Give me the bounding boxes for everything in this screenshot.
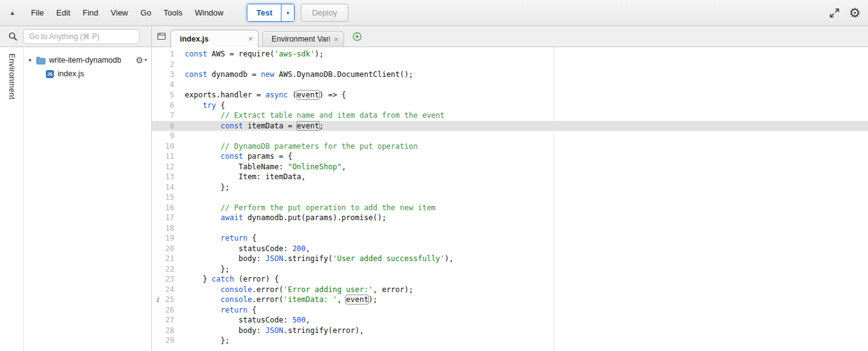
menu-edit[interactable]: Edit [50,8,76,17]
line-number[interactable]: 9 [152,131,180,141]
line-number[interactable]: 21 [152,254,180,264]
line-number[interactable]: 23 [152,274,180,285]
code-line[interactable]: 6 try { [152,100,868,111]
code-line[interactable]: 23 } catch (error) { [152,274,868,285]
code-text: console.error('itemData: ', event); [180,295,868,305]
line-number[interactable]: 15 [152,192,180,203]
goto-anything-input[interactable] [23,29,140,44]
line-number[interactable]: 29 [152,335,180,346]
file-tree: ▾ write-item-dynamodb ⚙▾ JS index.js [24,47,152,351]
line-number[interactable]: 13 [152,172,180,182]
line-number[interactable]: 3 [152,69,180,80]
test-button[interactable]: Test [247,4,281,21]
code-line[interactable]: 26 return { [152,305,868,316]
fullscreen-icon[interactable] [829,7,840,19]
line-number[interactable]: 28 [152,326,180,336]
settings-gear-icon[interactable]: ⚙ [849,6,861,19]
chevron-down-icon: ▾ [286,10,290,16]
line-number[interactable]: 19 [152,233,180,244]
code-line[interactable]: 11 const params = { [152,151,868,162]
environment-panel-tab[interactable]: Environment [0,47,24,351]
line-number[interactable]: 18 [152,223,180,234]
menu-tools[interactable]: Tools [157,8,188,17]
menu-file[interactable]: File [25,8,50,17]
code-line[interactable]: i25 console.error('itemData: ', event); [152,295,868,305]
tree-file-row[interactable]: JS index.js [24,67,151,81]
code-line[interactable]: 5exports.handler = async (event) => { [152,90,868,100]
tree-folder-row[interactable]: ▾ write-item-dynamodb ⚙▾ [24,53,151,67]
test-dropdown-button[interactable]: ▾ [281,4,294,21]
code-line[interactable]: 14 }; [152,182,868,193]
code-line[interactable]: 17 await dynamodb.put(params).promise(); [152,213,868,223]
line-number[interactable]: 5 [152,90,180,100]
folder-icon [36,56,46,64]
code-line[interactable]: 8 const itemData = event; [152,121,868,131]
code-text: statusCode: 200, [180,244,868,254]
menu-go[interactable]: Go [135,8,157,17]
code-line[interactable]: 9 [152,131,868,141]
code-line[interactable]: 10 // DynamoDB parameters for the put op… [152,141,868,152]
code-text: const dynamodb = new AWS.DynamoDB.Docume… [180,69,868,80]
code-line[interactable]: 7 // Extract table name and item data fr… [152,110,868,121]
line-number[interactable]: 14 [152,182,180,193]
tab-environment-variables[interactable]: Environment Vari × [262,31,344,47]
main-area: Environment ▾ write-item-dynamodb ⚙▾ JS … [0,47,868,351]
code-line[interactable]: 22 }; [152,264,868,275]
code-line[interactable]: 19 return { [152,233,868,244]
code-line[interactable]: 12 TableName: "OnlineShop", [152,162,868,172]
close-icon[interactable]: × [248,34,253,43]
line-number[interactable]: 22 [152,264,180,275]
line-number[interactable]: 7 [152,110,180,121]
line-number[interactable]: 11 [152,151,180,162]
line-number[interactable]: 17 [152,213,180,223]
tab-index-js[interactable]: index.js × [170,30,259,47]
menu-view[interactable]: View [105,8,135,17]
code-line[interactable]: 13 Item: itemData, [152,172,868,182]
line-number[interactable]: 2 [152,60,180,70]
menu-find[interactable]: Find [76,8,104,17]
close-icon[interactable]: × [334,35,339,44]
code-line[interactable]: 28 body: JSON.stringify(error), [152,326,868,336]
test-button-group: Test ▾ [247,4,294,22]
new-tab-icon[interactable] [352,32,362,42]
code-line[interactable]: 18 [152,223,868,234]
tree-settings-gear-icon[interactable]: ⚙▾ [135,56,147,64]
code-text: }; [180,182,868,193]
code-text: return { [180,305,868,316]
line-number[interactable]: 8 [152,121,180,131]
code-line[interactable]: 15 [152,192,868,203]
code-line[interactable]: 4 [152,80,868,91]
code-text: return { [180,233,868,244]
caret-down-icon[interactable]: ▾ [29,57,36,63]
menu-window[interactable]: Window [188,8,229,17]
home-caret-icon[interactable]: ▲ [0,9,25,16]
code-line[interactable]: 16 // Perform the put operation to add t… [152,203,868,213]
line-number[interactable]: 20 [152,244,180,254]
code-line[interactable]: 1const AWS = require('aws-sdk'); [152,49,868,60]
code-line[interactable]: 20 statusCode: 200, [152,244,868,254]
code-line[interactable]: 24 console.error('Error adding user:', e… [152,285,868,295]
line-number[interactable]: 12 [152,162,180,172]
code-line[interactable]: 27 statusCode: 500, [152,315,868,326]
line-number[interactable]: 4 [152,80,180,91]
code-text: const AWS = require('aws-sdk'); [180,49,868,60]
code-line[interactable]: 3const dynamodb = new AWS.DynamoDB.Docum… [152,69,868,80]
line-number[interactable]: 27 [152,315,180,326]
code-text: try { [180,100,868,111]
deploy-button[interactable]: Deploy [301,4,348,22]
code-line[interactable]: 2 [152,60,868,70]
line-number[interactable]: 26 [152,305,180,316]
line-number[interactable]: 1 [152,49,180,60]
line-number[interactable]: 16 [152,203,180,213]
code-editor[interactable]: 1const AWS = require('aws-sdk');23const … [152,47,868,351]
line-number[interactable]: i25 [152,295,180,305]
toolbar-row: index.js × Environment Vari × [0,26,868,47]
line-number[interactable]: 10 [152,141,180,152]
code-line[interactable]: 29 }; [152,335,868,346]
code-line[interactable]: 21 body: JSON.stringify('User added succ… [152,254,868,264]
menubar: ▲ File Edit Find View Go Tools Window Te… [0,0,868,26]
tab-list-icon[interactable] [157,32,166,41]
line-number[interactable]: 6 [152,100,180,111]
file-name: index.js [58,69,84,78]
line-number[interactable]: 24 [152,285,180,295]
